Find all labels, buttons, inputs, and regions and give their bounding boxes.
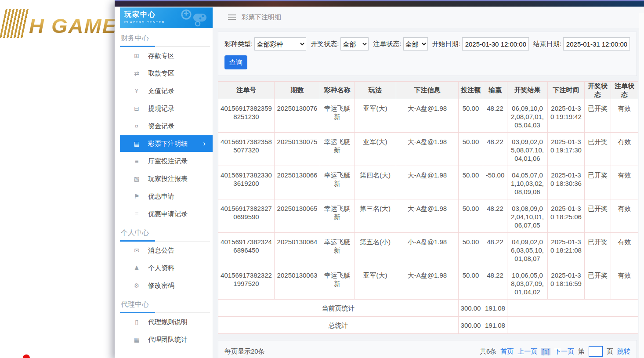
section-title: 财务中心 [120, 28, 213, 46]
search-button[interactable]: 查询 [224, 55, 247, 69]
top-decor-strip [115, 0, 644, 7]
order-status-select[interactable]: 全部 [403, 37, 428, 51]
cell-draw_result: 06,09,10,02,08,07,01,05,04,03 [507, 99, 548, 133]
sidebar-item-label: 存款专区 [148, 52, 174, 60]
next-page-link[interactable]: 下一页 [554, 347, 574, 356]
totals-row: 当前页统计300.00191.08 [218, 300, 638, 317]
promo-apply-icon: ⚑ [132, 193, 141, 200]
sidebar-item[interactable]: ▦代理团队统计 [120, 331, 213, 348]
cell-bet_amount: 50.00 [459, 233, 483, 266]
cell-lottery_name: 幸运飞艇新 [320, 133, 355, 166]
column-header-win_loss: 输赢 [483, 82, 507, 99]
column-header-period: 期数 [275, 82, 320, 99]
sidebar-item[interactable]: ▯代理规则说明 [120, 313, 213, 331]
withdraw-icon: ⇄ [132, 70, 141, 77]
jump-prefix-label: 第 [578, 347, 585, 356]
sidebar-item[interactable]: ⇄取款专区 [120, 65, 213, 82]
table-row: 40156917382324689645020250130064幸运飞艇新第五名… [218, 233, 638, 266]
sidebar-item[interactable]: ▤彩票下注明细› [120, 135, 213, 152]
cell-order_status: 有效 [611, 266, 638, 300]
cell-lottery_name: 幸运飞艇新 [320, 166, 355, 199]
sidebar-item[interactable]: ¥充值记录 [120, 82, 213, 100]
cell-draw_result: 03,09,02,05,08,07,10,04,01,06 [507, 133, 548, 166]
sidebar-item-label: 个人资料 [148, 264, 174, 272]
table-row: 40156917382327069959020250130065幸运飞艇新第三名… [218, 199, 638, 233]
prev-page-link[interactable]: 上一页 [517, 347, 537, 356]
sidebar-item[interactable]: ✉消息公告 [120, 242, 213, 259]
cell-play: 第五名(小) [355, 233, 396, 266]
column-header-bet_amount: 投注额 [459, 82, 483, 99]
column-header-order_status: 注单状态 [611, 82, 638, 99]
sidebar-item[interactable]: ⚑优惠申请 [120, 188, 213, 205]
profile-icon: ♟ [132, 264, 141, 271]
sidebar: 玩家中心 PLAYERS CENTER 财务中心⊞存款专区⇄取款专区¥充值记录⊟… [115, 7, 213, 358]
page-jump-input[interactable] [589, 346, 603, 357]
sidebar-item[interactable]: ⚙修改密码 [120, 277, 213, 294]
pagination-bar: 每页显示20条 共6条 首页 上一页 [1] 下一页 第 页 跳转 [218, 340, 637, 358]
sidebar-header: 玩家中心 PLAYERS CENTER [120, 7, 213, 28]
red-icon [23, 354, 30, 358]
background-page: H GAME [0, 0, 115, 358]
sidebar-item-label: 厅室投注记录 [148, 157, 188, 166]
cell-win_loss: 48.22 [483, 133, 507, 166]
logo-text: H GAME [29, 14, 117, 38]
start-date-input[interactable] [462, 37, 529, 51]
game-controller-icon [178, 9, 209, 27]
sidebar-item[interactable]: ≡厅室投注记录 [120, 152, 213, 170]
cell-bet_amount: 50.00 [459, 99, 483, 133]
sidebar-item-label: 充值记录 [148, 87, 174, 95]
cell-period: 20250130075 [275, 133, 320, 166]
sidebar-item[interactable]: ≡优惠申请记录 [120, 205, 213, 223]
sidebar-sections: 财务中心⊞存款专区⇄取款专区¥充值记录⊟提现记录¤资金记录▤彩票下注明细›≡厅室… [120, 28, 213, 348]
cell-bet_info: 大-A盘@1.98 [396, 166, 459, 199]
sidebar-item[interactable]: ⊞存款专区 [120, 47, 213, 65]
end-date-label: 结束日期: [533, 40, 561, 48]
cell-play: 亚军(大) [355, 266, 396, 300]
sidebar-item-label: 取款专区 [148, 69, 174, 78]
sidebar-item-label: 彩票下注明细 [148, 140, 188, 148]
cell-draw_result: 10,06,05,08,03,07,09,01,04,02 [507, 266, 548, 300]
totals-empty [507, 317, 638, 334]
sidebar-item[interactable]: ▧玩家投注报表 [120, 170, 213, 188]
cell-win_loss: 48.22 [483, 199, 507, 233]
section-title: 个人中心 [120, 223, 213, 241]
hamburger-menu-icon[interactable] [228, 14, 236, 20]
cell-order_no: 401569173823246896450 [218, 233, 275, 266]
column-header-bet_time: 下注时间 [548, 82, 585, 99]
scrollbar[interactable] [639, 13, 644, 358]
sidebar-item-label: 资金记录 [148, 122, 174, 130]
end-date-input[interactable] [563, 37, 630, 51]
recharge-record-icon: ¥ [132, 87, 141, 94]
draw-status-label: 开奖状态: [311, 40, 339, 48]
filter-panel: 彩种类型: 全部彩种 开奖状态: 全部 注单状态: 全部 开始日期: 结束日期: [218, 32, 637, 76]
cell-bet_amount: 50.00 [459, 199, 483, 233]
sidebar-item-label: 提现记录 [148, 105, 174, 113]
cell-order_status: 有效 [611, 166, 638, 199]
cell-bet_info: 大-A盘@1.98 [396, 99, 459, 133]
draw-status-select[interactable]: 全部 [340, 37, 369, 51]
jump-action-link[interactable]: 跳转 [617, 347, 630, 356]
column-header-draw_status: 开奖状态 [585, 82, 611, 99]
sidebar-item-label: 消息公告 [148, 246, 174, 255]
sidebar-item[interactable]: ⊟提现记录 [120, 100, 213, 117]
current-page-indicator[interactable]: [1] [541, 348, 550, 355]
cell-order_status: 有效 [611, 99, 638, 133]
column-header-play: 玩法 [355, 82, 396, 99]
cell-draw_status: 已开奖 [585, 133, 611, 166]
cell-bet_time: 2025-01-30 18:16:59 [548, 266, 585, 300]
first-page-link[interactable]: 首页 [500, 347, 514, 356]
cell-win_loss: -50.00 [483, 166, 507, 199]
cell-order_no: 401569173823270699590 [218, 199, 275, 233]
cell-order_no: 401569173823221997520 [218, 266, 275, 300]
sidebar-item-label: 代理团队统计 [148, 336, 188, 344]
lottery-type-select[interactable]: 全部彩种 [254, 37, 306, 51]
sidebar-item[interactable]: ♟个人资料 [120, 259, 213, 277]
totals-label: 当前页统计 [218, 300, 459, 317]
sidebar-item[interactable]: ¤资金记录 [120, 117, 213, 135]
bet-detail-table: 注单号期数彩种名称玩法下注信息投注额输赢开奖结果下注时间开奖状态注单状态 401… [218, 81, 638, 334]
cell-play: 第三名(大) [355, 199, 396, 233]
cell-bet_info: 小-A盘@1.98 [396, 233, 459, 266]
sidebar-item-label: 优惠申请记录 [148, 210, 188, 218]
cell-period: 20250130064 [275, 233, 320, 266]
cell-bet_time: 2025-01-30 19:17:30 [548, 133, 585, 166]
